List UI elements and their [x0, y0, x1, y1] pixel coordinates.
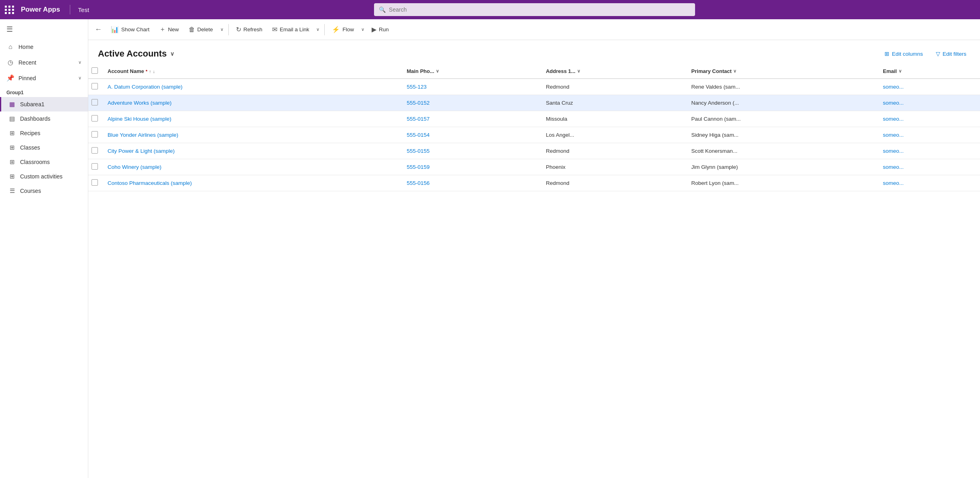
sidebar-item-custom-activities[interactable]: ⊞ Custom activities: [0, 169, 88, 184]
email-cell[interactable]: someo...: [876, 111, 980, 127]
run-button[interactable]: ▶ Run: [368, 23, 393, 36]
row-checkbox-cell[interactable]: [88, 159, 101, 175]
col-address-chevron-down-icon[interactable]: ∨: [577, 69, 580, 74]
sidebar-item-classrooms[interactable]: ⊞ Classrooms: [0, 155, 88, 169]
new-label: New: [168, 26, 179, 32]
row-checkbox-input[interactable]: [91, 131, 98, 138]
row-checkbox-cell[interactable]: [88, 79, 101, 95]
email-cell[interactable]: someo...: [876, 143, 980, 159]
col-main-phone-chevron-down-icon[interactable]: ∨: [436, 69, 439, 74]
edit-filters-label: Edit filters: [943, 51, 966, 57]
sidebar-item-dashboards[interactable]: ▤ Dashboards: [0, 111, 88, 126]
phone-cell[interactable]: 555-0152: [400, 95, 539, 111]
email-cell[interactable]: someo...: [876, 79, 980, 95]
address-cell: Redmond: [539, 143, 685, 159]
refresh-icon: ↻: [236, 26, 241, 33]
account-name-cell[interactable]: Alpine Ski House (sample): [101, 111, 400, 127]
back-button[interactable]: ←: [91, 23, 105, 36]
row-checkbox-input[interactable]: [91, 179, 98, 186]
show-chart-button[interactable]: 📊 Show Chart: [107, 23, 154, 36]
sidebar-pinned-label: Pinned: [18, 75, 74, 81]
row-checkbox-cell[interactable]: [88, 143, 101, 159]
primary-contact-cell: Nancy Anderson (...: [685, 95, 876, 111]
view-actions: ⊞ Edit columns ▽ Edit filters: [880, 48, 970, 59]
refresh-label: Refresh: [244, 26, 262, 32]
search-bar[interactable]: 🔍: [374, 3, 695, 16]
sidebar: ☰ ⌂ Home ◷ Recent ∨ 📌 Pinned ∨ Group1 ▦ …: [0, 19, 88, 478]
view-title-text: Active Accounts: [98, 49, 167, 59]
sidebar-classes-label: Classes: [20, 144, 40, 151]
account-name-cell[interactable]: Coho Winery (sample): [101, 159, 400, 175]
table-container[interactable]: Account Name * ↑ ↓ Main Pho... ∨: [88, 64, 980, 478]
flow-button[interactable]: ⚡ Flow: [328, 23, 358, 36]
account-name-cell[interactable]: Contoso Pharmaceuticals (sample): [101, 175, 400, 191]
col-email[interactable]: Email ∨: [876, 64, 980, 79]
email-cell[interactable]: someo...: [876, 127, 980, 143]
email-cell[interactable]: someo...: [876, 175, 980, 191]
sidebar-item-pinned[interactable]: 📌 Pinned ∨: [0, 70, 88, 86]
email-cell[interactable]: someo...: [876, 95, 980, 111]
delete-chevron-down-icon[interactable]: ∨: [219, 24, 225, 34]
hamburger-menu[interactable]: ☰: [0, 19, 88, 39]
col-main-phone[interactable]: Main Pho... ∨: [400, 64, 539, 79]
sidebar-item-classes[interactable]: ⊞ Classes: [0, 140, 88, 155]
filter-icon: ▽: [936, 51, 940, 57]
address-cell: Santa Cruz: [539, 95, 685, 111]
row-checkbox-cell[interactable]: [88, 127, 101, 143]
sort-desc-icon[interactable]: ↓: [153, 69, 155, 74]
email-chevron-down-icon[interactable]: ∨: [315, 24, 321, 34]
sidebar-item-home[interactable]: ⌂ Home: [0, 39, 88, 55]
sort-asc-icon[interactable]: ↑: [149, 69, 151, 74]
phone-cell[interactable]: 555-0154: [400, 127, 539, 143]
custom-activities-icon: ⊞: [8, 173, 16, 180]
col-account-name[interactable]: Account Name * ↑ ↓: [101, 64, 400, 79]
new-button[interactable]: ＋ New: [155, 23, 183, 36]
account-name-cell[interactable]: Adventure Works (sample): [101, 95, 400, 111]
waffle-menu[interactable]: [5, 6, 14, 14]
sidebar-item-recipes[interactable]: ⊞ Recipes: [0, 126, 88, 140]
flow-chevron-down-icon[interactable]: ∨: [360, 24, 366, 34]
view-title-container[interactable]: Active Accounts ∨: [98, 49, 174, 59]
show-chart-label: Show Chart: [121, 26, 150, 32]
account-name-cell[interactable]: Blue Yonder Airlines (sample): [101, 127, 400, 143]
delete-button[interactable]: 🗑 Delete: [185, 24, 217, 36]
row-checkbox-input[interactable]: [91, 115, 98, 122]
account-name-cell[interactable]: A. Datum Corporation (sample): [101, 79, 400, 95]
header-checkbox-input[interactable]: [91, 67, 98, 74]
content-area: ← 📊 Show Chart ＋ New 🗑 Delete ∨ ↻ Refres…: [88, 19, 980, 478]
edit-filters-button[interactable]: ▽ Edit filters: [932, 48, 970, 59]
refresh-button[interactable]: ↻ Refresh: [232, 23, 266, 36]
phone-cell[interactable]: 555-0155: [400, 143, 539, 159]
row-checkbox-input[interactable]: [91, 83, 98, 89]
account-name-cell[interactable]: City Power & Light (sample): [101, 143, 400, 159]
sidebar-custom-activities-label: Custom activities: [20, 173, 63, 180]
table-row: Coho Winery (sample) 555-0159 Phoenix Ji…: [88, 159, 980, 175]
row-checkbox-input[interactable]: [91, 163, 98, 170]
phone-cell[interactable]: 555-0156: [400, 175, 539, 191]
phone-cell[interactable]: 555-0157: [400, 111, 539, 127]
row-checkbox-input[interactable]: [91, 99, 98, 105]
plus-icon: ＋: [159, 25, 166, 34]
primary-contact-cell: Scott Konersman...: [685, 143, 876, 159]
row-checkbox-cell[interactable]: [88, 95, 101, 111]
header-checkbox[interactable]: [88, 64, 101, 79]
email-link-button[interactable]: ✉ Email a Link: [268, 23, 313, 36]
sidebar-item-recent[interactable]: ◷ Recent ∨: [0, 55, 88, 70]
phone-cell[interactable]: 555-123: [400, 79, 539, 95]
search-input[interactable]: [389, 6, 690, 13]
row-checkbox-cell[interactable]: [88, 111, 101, 127]
edit-columns-button[interactable]: ⊞ Edit columns: [880, 48, 927, 59]
toolbar: ← 📊 Show Chart ＋ New 🗑 Delete ∨ ↻ Refres…: [88, 19, 980, 40]
row-checkbox-cell[interactable]: [88, 175, 101, 191]
col-address[interactable]: Address 1... ∨: [539, 64, 685, 79]
email-cell[interactable]: someo...: [876, 159, 980, 175]
col-primary-contact[interactable]: Primary Contact ∨: [685, 64, 876, 79]
sidebar-item-courses[interactable]: ☰ Courses: [0, 184, 88, 198]
sidebar-item-subarea1[interactable]: ▦ Subarea1: [0, 97, 88, 111]
trash-icon: 🗑: [189, 26, 195, 33]
phone-cell[interactable]: 555-0159: [400, 159, 539, 175]
row-checkbox-input[interactable]: [91, 147, 98, 154]
col-email-chevron-down-icon[interactable]: ∨: [899, 69, 902, 74]
col-primary-contact-chevron-down-icon[interactable]: ∨: [733, 69, 736, 74]
address-cell: Missoula: [539, 111, 685, 127]
